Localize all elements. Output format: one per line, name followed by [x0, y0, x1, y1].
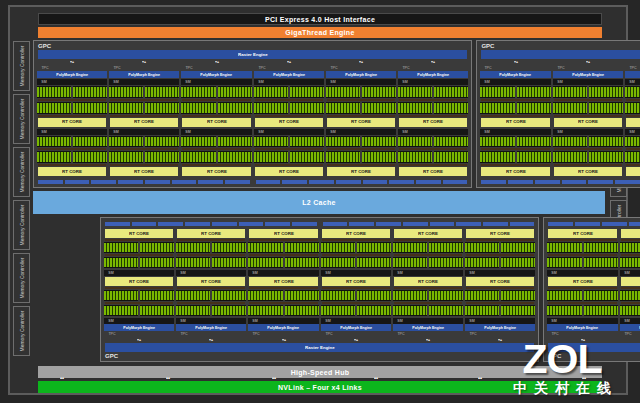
core-separator	[466, 287, 534, 289]
interface-dash	[562, 180, 587, 184]
sm-header-label: SM	[485, 130, 490, 134]
core-separator	[626, 164, 640, 166]
rt-core-bar: RT CORE	[399, 118, 467, 127]
cuda-core-block	[429, 242, 463, 253]
polymorph-engine-bar: PolyMorph Engine	[625, 71, 640, 78]
watermark-logo: ZOL	[523, 341, 602, 379]
memory-controller-label: Memory Controller	[19, 152, 25, 193]
core-separator	[394, 239, 462, 241]
tpc-column: TPCPolyMorph EngineSMRT CORESMRT CORE	[326, 65, 396, 177]
gpc-row-bottom: RT CORESMRT CORESMPolyMorph EngineTPCRT …	[100, 217, 538, 362]
gpc-label: GPC	[479, 42, 640, 50]
sm-unit: RT CORESM	[176, 228, 246, 276]
cuda-core-block	[398, 136, 432, 148]
sm-unit: RT CORESM	[321, 228, 391, 276]
cuda-core-block	[104, 242, 138, 253]
sm-header-label: SM	[552, 319, 557, 323]
cuda-core-block	[589, 86, 623, 98]
cuda-core-block	[218, 102, 252, 114]
cuda-core-block	[434, 136, 468, 148]
polymorph-engine-bar: PolyMorph Engine	[248, 324, 318, 331]
cuda-core-block	[37, 102, 71, 114]
cuda-core-block	[176, 257, 210, 268]
core-separator	[182, 115, 250, 117]
core-separator	[554, 148, 622, 150]
interface-dash	[158, 222, 183, 226]
core-grid-row	[321, 290, 391, 301]
cuda-core-block	[547, 242, 581, 253]
core-grid-row	[321, 305, 391, 316]
core-grid-row	[553, 102, 623, 114]
core-grid-row	[620, 242, 640, 253]
core-separator	[466, 254, 534, 256]
interface-dash	[510, 222, 535, 226]
rt-core-bar: RT CORE	[249, 229, 317, 238]
core-separator	[38, 148, 106, 150]
sm-header: SM	[480, 79, 550, 85]
interface-dash	[309, 180, 334, 184]
interface-dash	[172, 180, 197, 184]
cuda-core-block	[362, 102, 396, 114]
sm-header: SM	[625, 129, 640, 135]
l2-cache-bar: L2 Cache	[33, 191, 605, 214]
cuda-core-block	[553, 102, 587, 114]
sm-unit: SMRT CORE	[181, 128, 251, 178]
cuda-core-block	[212, 305, 246, 316]
core-grid-row	[547, 257, 617, 268]
interface-dash	[38, 180, 63, 184]
cuda-core-block	[212, 290, 246, 301]
rt-core-bar-label: RT CORE	[506, 120, 526, 124]
interface-dash	[403, 222, 428, 226]
cuda-core-block	[553, 86, 587, 98]
polymorph-engine-bar-label: PolyMorph Engine	[129, 73, 161, 77]
cuda-core-block	[625, 151, 640, 163]
polymorph-engine-bar: PolyMorph Engine	[393, 324, 463, 331]
cuda-core-block	[321, 257, 355, 268]
tpc-label-label: TPC	[325, 332, 332, 336]
tpc-label-label: TPC	[108, 332, 115, 336]
sm-header-label: SM	[108, 271, 113, 275]
polymorph-engine-bar-label: PolyMorph Engine	[484, 326, 516, 330]
interface-dash	[508, 180, 533, 184]
rt-core-bar-label: RT CORE	[423, 120, 443, 124]
core-separator	[105, 302, 173, 304]
tpc-column: RT CORESMRT CORESMPolyMorph EngineTPC	[465, 228, 535, 337]
cuda-core-block	[620, 305, 640, 316]
sm-header: SM	[109, 129, 179, 135]
core-grid-row	[176, 242, 246, 253]
tpc-column: RT CORESMRT CORESMPolyMorph EngineTPC	[620, 228, 640, 337]
rt-core-bar: RT CORE	[399, 167, 467, 176]
interface-dash	[363, 180, 388, 184]
polymorph-engine-bar: PolyMorph Engine	[553, 71, 623, 78]
rt-core-bar: RT CORE	[554, 167, 622, 176]
tpc-column: TPCPolyMorph EngineSMRT CORESMRT CORE	[254, 65, 324, 177]
rt-core-bar-label: RT CORE	[274, 231, 294, 235]
sm-header: SM	[37, 79, 107, 85]
polymorph-engine-bar: PolyMorph Engine	[254, 71, 324, 78]
core-separator	[399, 115, 467, 117]
l2-interface-dash-row	[36, 177, 469, 186]
pci-express-label: PCI Express 4.0 Host Interface	[265, 16, 375, 23]
cuda-core-block	[517, 151, 551, 163]
cuda-core-block	[517, 102, 551, 114]
polymorph-engine-bar-label: PolyMorph Engine	[417, 73, 449, 77]
gigathread-engine-bar: GigaThread Engine	[38, 27, 602, 38]
cuda-core-block	[181, 86, 215, 98]
rt-core-bar: RT CORE	[626, 167, 640, 176]
core-separator	[38, 99, 106, 101]
tpc-column: TPCPolyMorph EngineSMRT CORESMRT CORE	[181, 65, 251, 177]
sm-header: SM	[480, 129, 550, 135]
cuda-core-block	[109, 102, 143, 114]
tpc-label-label: TPC	[470, 332, 477, 336]
core-grid-row	[326, 151, 396, 163]
polymorph-engine-bar-label: PolyMorph Engine	[567, 326, 599, 330]
tpc-label-label: TPC	[397, 332, 404, 336]
core-grid-row	[37, 151, 107, 163]
core-separator	[327, 115, 395, 117]
cuda-core-block	[140, 305, 174, 316]
dash-group	[481, 180, 640, 184]
sm-header: SM	[37, 129, 107, 135]
gpc-label: GPC	[103, 352, 536, 360]
core-grid-row	[248, 257, 318, 268]
core-separator	[466, 302, 534, 304]
